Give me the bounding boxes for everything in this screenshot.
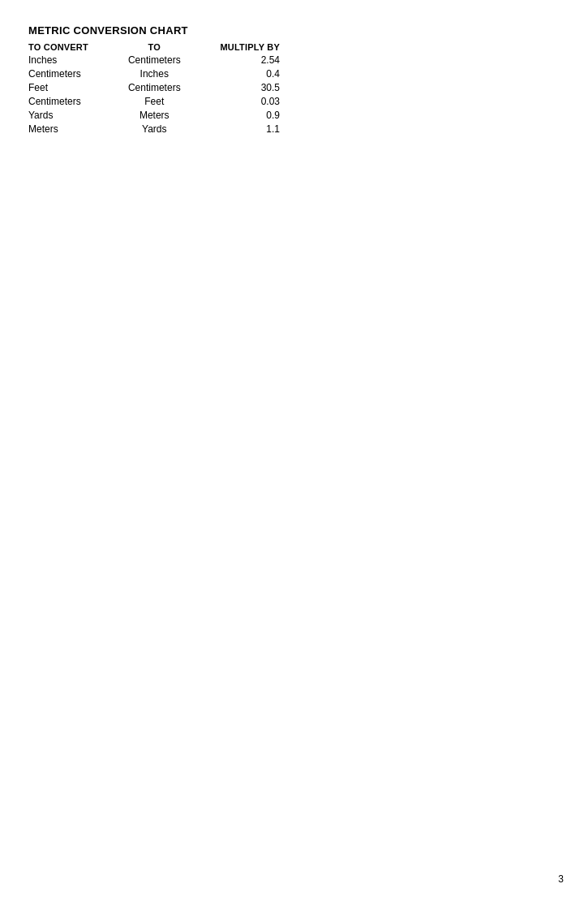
cell-to: Feet <box>116 94 193 108</box>
table-header-row: TO CONVERT TO MULTIPLY BY <box>28 41 280 53</box>
cell-multiply: 2.54 <box>193 53 280 67</box>
table-row: YardsMeters0.9 <box>28 108 280 122</box>
table-row: CentimetersFeet0.03 <box>28 94 280 108</box>
table-row: MetersYards1.1 <box>28 122 280 136</box>
table-row: CentimetersInches0.4 <box>28 67 280 80</box>
cell-to: Yards <box>116 122 193 136</box>
cell-multiply: 0.03 <box>193 94 280 108</box>
page-number: 3 <box>558 873 564 885</box>
cell-from: Meters <box>28 122 116 136</box>
cell-to: Centimeters <box>116 53 193 67</box>
cell-multiply: 30.5 <box>193 80 280 94</box>
table-row: FeetCentimeters30.5 <box>28 80 280 94</box>
cell-multiply: 0.9 <box>193 108 280 122</box>
page-content: METRIC CONVERSION CHART TO CONVERT TO MU… <box>0 0 588 160</box>
cell-from: Centimeters <box>28 67 116 80</box>
conversion-table: TO CONVERT TO MULTIPLY BY InchesCentimet… <box>28 41 280 136</box>
cell-from: Inches <box>28 53 116 67</box>
cell-from: Centimeters <box>28 94 116 108</box>
cell-from: Feet <box>28 80 116 94</box>
col-header-from: TO CONVERT <box>28 41 116 53</box>
cell-from: Yards <box>28 108 116 122</box>
cell-to: Centimeters <box>116 80 193 94</box>
cell-multiply: 1.1 <box>193 122 280 136</box>
cell-to: Meters <box>116 108 193 122</box>
table-row: InchesCentimeters2.54 <box>28 53 280 67</box>
cell-to: Inches <box>116 67 193 80</box>
col-header-to: TO <box>116 41 193 53</box>
col-header-multiply: MULTIPLY BY <box>193 41 280 53</box>
chart-title: METRIC CONVERSION CHART <box>28 24 560 37</box>
cell-multiply: 0.4 <box>193 67 280 80</box>
